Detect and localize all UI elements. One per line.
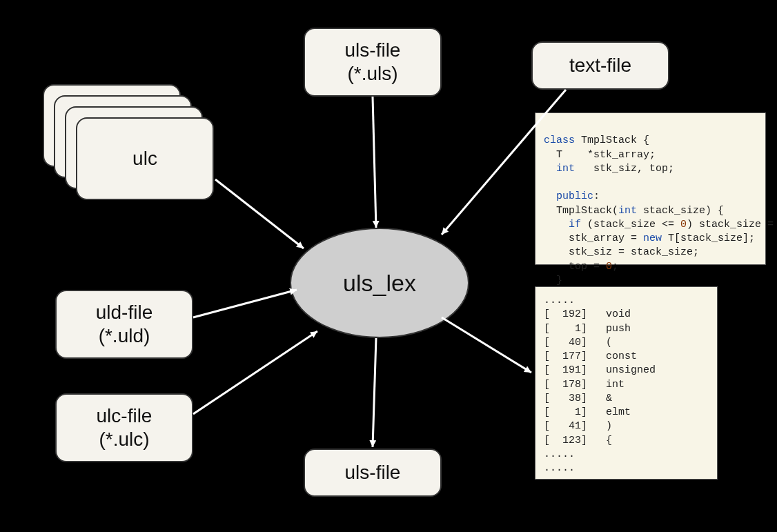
ulc-node: ulc xyxy=(76,117,214,200)
uld-file-line2: (*.uld) xyxy=(99,324,150,348)
svg-line-3 xyxy=(193,290,297,317)
uld-file-node: uld-file (*.uld) xyxy=(55,290,193,359)
uls-file-top-line2: (*.uls) xyxy=(347,62,397,86)
svg-line-4 xyxy=(193,331,317,414)
uls-file-bottom-label: uls-file xyxy=(345,461,401,484)
code-sample-bottom: ..... [ 192] void [ 1] push [ 40] ( [ 17… xyxy=(535,286,718,480)
uls-file-top-node: uls-file (*.uls) xyxy=(304,28,442,97)
uls-file-top-line1: uls-file xyxy=(345,39,401,62)
uld-file-line1: uld-file xyxy=(96,301,153,324)
uls-lex-ellipse: uls_lex xyxy=(290,228,469,338)
svg-line-5 xyxy=(373,338,376,447)
ulc-label: ulc xyxy=(132,147,157,170)
svg-line-1 xyxy=(373,97,376,228)
code-sample-top: class TmplStack { T *stk_array; int stk_… xyxy=(535,112,766,265)
text-file-label: text-file xyxy=(569,54,631,77)
svg-line-6 xyxy=(442,317,531,373)
svg-line-0 xyxy=(215,179,304,248)
uls-file-bottom-node: uls-file xyxy=(304,449,442,497)
ulc-file-node: ulc-file (*.ulc) xyxy=(55,393,193,462)
ulc-file-line2: (*.ulc) xyxy=(99,428,149,451)
uls-lex-label: uls_lex xyxy=(343,270,416,297)
ulc-file-line1: ulc-file xyxy=(97,404,153,428)
text-file-node: text-file xyxy=(531,41,669,90)
